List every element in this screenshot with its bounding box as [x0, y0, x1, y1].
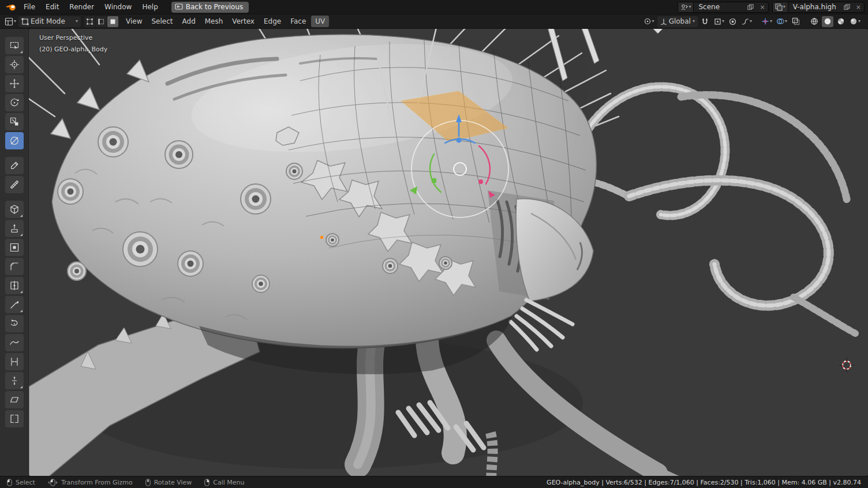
tool-shrink-fatten[interactable]: [5, 372, 24, 389]
menu-select[interactable]: Select: [148, 16, 177, 27]
menu-file[interactable]: File: [18, 1, 40, 13]
creature-body[interactable]: [51, 29, 596, 374]
gizmo-y-scale-handle[interactable]: [432, 178, 436, 183]
show-gizmo-button[interactable]: ▾: [760, 16, 773, 27]
menu-edit[interactable]: Edit: [40, 1, 64, 13]
tool-inset-faces[interactable]: [5, 239, 24, 256]
mode-dropdown[interactable]: Edit Mode ▾: [18, 16, 81, 27]
menu-edge[interactable]: Edge: [260, 16, 285, 27]
chevron-down-icon: ▾: [858, 19, 860, 24]
selected-vertex[interactable]: [320, 236, 323, 239]
scene-new-button[interactable]: [744, 2, 757, 12]
gizmo-center-handle[interactable]: [454, 163, 466, 175]
tool-measure[interactable]: [5, 176, 24, 193]
menu-uv[interactable]: UV: [311, 16, 329, 27]
orientation-dropdown[interactable]: Global ▾: [657, 16, 698, 27]
face-select-mode-button[interactable]: [107, 16, 118, 27]
tool-rotate[interactable]: [5, 94, 24, 111]
hint-label: Select: [16, 479, 35, 486]
status-bar: Select Transform From Gizmo Rotate View …: [0, 476, 868, 488]
tool-move[interactable]: [5, 75, 24, 92]
editor-type-button[interactable]: ▾: [3, 16, 17, 27]
tool-select-box[interactable]: [5, 37, 24, 54]
back-to-previous-button[interactable]: Back to Previous: [171, 2, 249, 13]
tool-annotate[interactable]: [5, 157, 24, 174]
menu-face[interactable]: Face: [286, 16, 310, 27]
blender-logo-icon[interactable]: [5, 2, 17, 12]
menu-window[interactable]: Window: [99, 1, 137, 13]
tool-smooth[interactable]: [5, 334, 24, 351]
tool-loop-cut[interactable]: [5, 277, 24, 294]
gizmo-x-dot-handle[interactable]: [478, 179, 483, 184]
chevron-down-icon: ▾: [770, 19, 772, 24]
viewport-3d[interactable]: User Perspective (20) GEO-alpha_Body: [29, 29, 868, 476]
gizmo-icon: [761, 17, 769, 25]
rendered-sphere-icon: [850, 17, 858, 25]
chevron-down-icon: ▾: [785, 19, 787, 24]
face-select-icon: [109, 18, 117, 25]
view-layer-selector: ▾ V-alpha.high ×: [772, 2, 865, 13]
display-controls-group: ▾ ▾: [760, 16, 802, 27]
keymap-hint-call-menu: Call Menu: [204, 479, 244, 486]
shading-solid-button[interactable]: [822, 16, 833, 27]
viewport-text-overlay: User Perspective (20) GEO-alpha_Body: [39, 32, 107, 55]
mouse-left-icon: [7, 479, 12, 486]
magnet-icon: [701, 18, 709, 25]
tool-extrude-region[interactable]: [5, 220, 24, 237]
scene-browse-button[interactable]: ▾: [678, 2, 694, 12]
menu-add[interactable]: Add: [178, 16, 200, 27]
shading-rendered-button[interactable]: ▾: [848, 16, 862, 27]
scene-selector: ▾ Scene ×: [678, 2, 768, 13]
vertex-select-icon: [86, 18, 93, 25]
xray-icon: [792, 17, 800, 25]
tool-bevel[interactable]: [5, 258, 24, 275]
tool-spin[interactable]: [5, 315, 24, 332]
menu-render[interactable]: Render: [64, 1, 99, 13]
tool-cursor[interactable]: [5, 56, 24, 73]
menu-help[interactable]: Help: [137, 1, 163, 13]
snap-toggle-button[interactable]: [699, 16, 711, 27]
tool-shear[interactable]: [5, 391, 24, 408]
shading-group: ▾: [809, 16, 862, 27]
shading-wireframe-button[interactable]: [809, 16, 820, 27]
scene-statistics: GEO-alpha_body | Verts:6/532 | Edges:7/1…: [547, 479, 861, 486]
view-layer-browse-button[interactable]: ▾: [773, 2, 788, 12]
show-overlays-button[interactable]: ▾: [775, 16, 788, 27]
view-layer-new-button[interactable]: [841, 2, 853, 12]
scene-unlink-button[interactable]: ×: [757, 2, 768, 12]
tool-add-cube[interactable]: [5, 201, 24, 218]
menu-mesh[interactable]: Mesh: [201, 16, 227, 27]
shading-material-button[interactable]: [835, 16, 847, 27]
menu-view[interactable]: View: [122, 16, 146, 27]
duplicate-icon: [844, 4, 850, 10]
keymap-hint-rotate-view: Rotate View: [145, 479, 192, 486]
keymap-hint-select: Select: [7, 479, 35, 486]
edge-select-icon: [98, 18, 105, 25]
view-layer-remove-button[interactable]: ×: [853, 2, 864, 12]
mouse-middle-icon: [145, 479, 151, 486]
viewport-canvas[interactable]: [29, 29, 868, 476]
wireframe-sphere-icon: [810, 17, 818, 25]
vertex-select-mode-button[interactable]: [84, 16, 95, 27]
tool-edge-slide[interactable]: [5, 353, 24, 370]
tool-transform[interactable]: [5, 132, 24, 149]
chevron-down-icon: ▾: [722, 19, 724, 24]
edge-select-mode-button[interactable]: [96, 16, 107, 27]
tool-scale[interactable]: [5, 113, 24, 130]
snap-settings-button[interactable]: ▾: [713, 16, 725, 27]
proportional-editing-button[interactable]: [727, 16, 739, 27]
menu-vertex[interactable]: Vertex: [228, 16, 259, 27]
chevron-down-icon: ▾: [689, 5, 691, 9]
hint-label: Transform From Gizmo: [61, 479, 133, 486]
pivot-point-button[interactable]: ▾: [642, 16, 656, 27]
tool-rip-region[interactable]: [5, 410, 24, 427]
creature-appendages: [564, 87, 855, 333]
xray-toggle-button[interactable]: [790, 16, 802, 27]
view-layer-name[interactable]: V-alpha.high: [788, 3, 841, 11]
workspace-back-icon: [175, 3, 183, 10]
tool-knife[interactable]: [5, 296, 24, 313]
keymap-hint-transform: Transform From Gizmo: [48, 479, 133, 486]
mouse-right-icon: [204, 479, 209, 486]
scene-name[interactable]: Scene: [694, 3, 744, 11]
proportional-falloff-button[interactable]: ▾: [740, 16, 753, 27]
